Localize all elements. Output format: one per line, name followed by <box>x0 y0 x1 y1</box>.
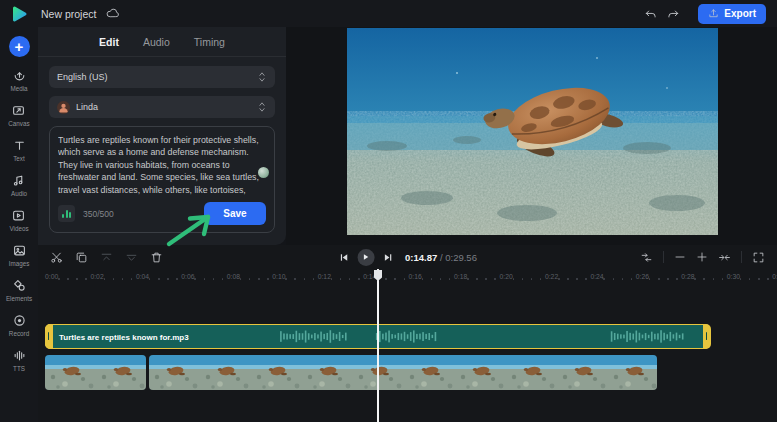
add-media-button[interactable]: + <box>9 36 30 57</box>
sidebar-item-elements[interactable]: Elements <box>6 278 32 302</box>
cursor-icon <box>258 167 269 178</box>
play-button[interactable] <box>357 249 374 266</box>
sidebar-item-videos[interactable]: Videos <box>9 208 28 232</box>
video-preview[interactable] <box>347 28 718 235</box>
sidebar-item-tts[interactable]: TTS <box>13 348 26 372</box>
sidebar-item-label: Elements <box>6 295 32 302</box>
zoom-out-icon[interactable] <box>674 251 686 263</box>
sidebar-item-images[interactable]: Images <box>9 243 30 267</box>
voice-select[interactable]: Linda <box>49 96 275 118</box>
redo-icon[interactable] <box>662 5 684 23</box>
project-title: New project <box>41 8 96 20</box>
chevron-updown-icon <box>257 101 267 113</box>
clip-trim-handle-left[interactable] <box>45 324 53 349</box>
language-select-value: English (US) <box>57 72 257 82</box>
cut-icon[interactable] <box>50 251 63 264</box>
sidebar-item-record[interactable]: Record <box>9 313 29 337</box>
tab-audio[interactable]: Audio <box>143 36 170 48</box>
total-time: 0:29.56 <box>445 252 477 263</box>
voice-select-value: Linda <box>76 102 257 112</box>
tts-waveform-icon <box>13 348 26 363</box>
text-icon <box>13 138 26 153</box>
clip-trim-handle-right[interactable] <box>703 324 711 349</box>
split-right-icon[interactable] <box>125 251 138 264</box>
sidebar-item-text[interactable]: Text <box>13 138 26 162</box>
sidebar-item-label: Images <box>9 260 30 267</box>
sidebar-item-canvas[interactable]: Canvas <box>8 103 29 127</box>
audio-clip-label: Turtles are reptiles known for.mp3 <box>59 332 189 341</box>
equalizer-icon <box>58 205 75 222</box>
timeline: 0:14.87 / 0:29.56 <box>38 245 777 422</box>
adapt-timeline-icon[interactable] <box>640 251 653 264</box>
tab-timing[interactable]: Timing <box>194 36 225 48</box>
delete-icon[interactable] <box>150 251 163 264</box>
fit-timeline-icon[interactable] <box>718 251 731 264</box>
save-button[interactable]: Save <box>204 202 266 225</box>
record-icon <box>13 313 26 328</box>
playhead[interactable] <box>377 269 379 422</box>
sidebar-item-label: Record <box>9 330 29 337</box>
script-card: Turtles are reptiles known for their pro… <box>49 126 275 233</box>
elements-icon <box>13 278 26 293</box>
preview-area <box>286 27 777 245</box>
fullscreen-icon[interactable] <box>752 251 765 264</box>
split-left-icon[interactable] <box>100 251 113 264</box>
sidebar-item-label: Canvas <box>8 120 29 127</box>
videos-icon <box>12 208 25 223</box>
timeline-ruler[interactable]: 0:000:020:040:060:080:100:120:140:160:18… <box>38 270 777 285</box>
app-logo-icon[interactable] <box>9 4 29 24</box>
next-frame-icon[interactable] <box>382 252 393 263</box>
images-icon <box>13 243 26 258</box>
sidebar-item-audio[interactable]: Audio <box>11 173 27 197</box>
video-clip-1[interactable] <box>45 355 146 390</box>
cloud-draft-icon[interactable] <box>106 7 119 20</box>
undo-icon[interactable] <box>640 5 662 23</box>
tts-edit-panel: Edit Audio Timing English (US) Linda <box>38 27 286 245</box>
media-upload-icon <box>13 68 26 83</box>
copy-icon[interactable] <box>75 251 88 264</box>
export-button[interactable]: Export <box>698 4 766 24</box>
language-select[interactable]: English (US) <box>49 66 275 88</box>
voice-avatar <box>57 101 70 114</box>
canvas-icon <box>12 103 25 118</box>
zoom-in-icon[interactable] <box>696 251 708 263</box>
sidebar-item-media[interactable]: Media <box>10 68 27 92</box>
top-bar: New project Export <box>0 0 777 27</box>
video-clip-2[interactable] <box>149 355 657 390</box>
script-textarea[interactable]: Turtles are reptiles known for their pro… <box>58 134 266 196</box>
chevron-updown-icon <box>257 71 267 83</box>
time-display: 0:14.87 / 0:29.56 <box>405 252 477 263</box>
sidebar-item-label: Videos <box>9 225 28 232</box>
sidebar-item-label: Audio <box>11 190 27 197</box>
sidebar-item-label: Text <box>13 155 25 162</box>
video-editor-app: New project Export + <box>0 0 777 422</box>
audio-note-icon <box>12 173 25 188</box>
sidebar-item-label: Media <box>10 85 27 92</box>
export-label: Export <box>724 8 756 19</box>
character-counter: 350/500 <box>83 209 204 219</box>
panel-tabs: Edit Audio Timing <box>38 27 286 56</box>
timeline-toolbar: 0:14.87 / 0:29.56 <box>38 245 777 269</box>
tab-edit[interactable]: Edit <box>99 36 119 48</box>
sidebar-item-label: TTS <box>13 365 25 372</box>
current-time: 0:14.87 <box>405 252 437 263</box>
left-toolbar: + Media Canvas Text Audio <box>0 27 38 422</box>
prev-frame-icon[interactable] <box>338 252 349 263</box>
